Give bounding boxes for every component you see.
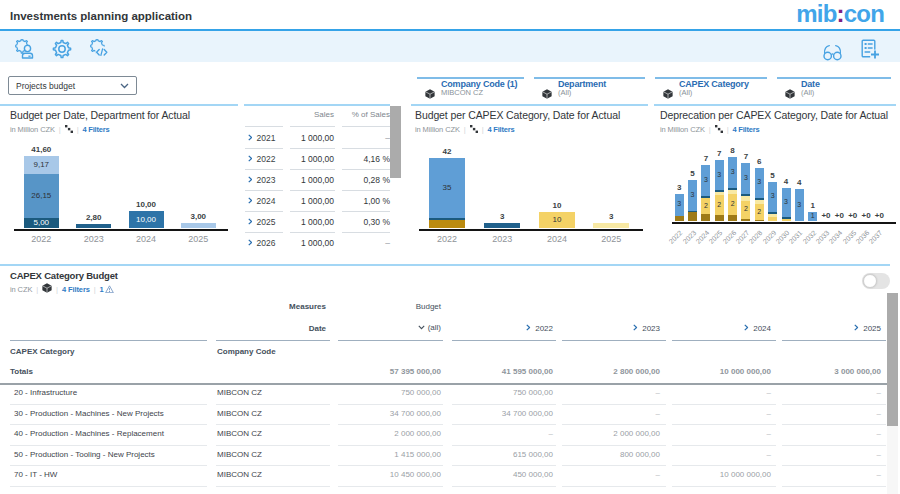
chart3-bar-2025-seg2[interactable]: [715, 192, 724, 196]
form-add-icon[interactable]: [860, 39, 880, 59]
story-filter-dropdown[interactable]: Projects budget: [8, 76, 137, 95]
chart2-bar-2025-seg0[interactable]: [593, 223, 629, 228]
chart2-cat-2023: 2023: [476, 234, 528, 244]
sales-row-separator: [245, 211, 284, 212]
chevron-right-icon[interactable]: [248, 197, 253, 204]
capex-row-company[interactable]: MIBCON CZ: [217, 470, 262, 479]
measures-budget-header[interactable]: Budget: [291, 302, 441, 311]
chart3-bar-2029-seg0[interactable]: [768, 217, 777, 221]
capex-row-company[interactable]: MIBCON CZ: [217, 429, 262, 438]
capex-cell-r3-c4[interactable]: –: [731, 450, 881, 459]
capex-cell-r1-c4[interactable]: –: [731, 409, 881, 418]
chevron-right-icon[interactable]: [248, 155, 253, 162]
chart3-bar-2026-seg3[interactable]: [728, 188, 737, 190]
chart3-bar-2024-seg0[interactable]: [701, 214, 710, 222]
expand-chevron-icon[interactable]: [248, 218, 253, 225]
chart3-bar-2027-seg2[interactable]: [741, 196, 750, 201]
chart3-bar-2023-seg0[interactable]: [688, 212, 697, 221]
warning-icon[interactable]: [105, 285, 114, 294]
chart3-bar-2022-seg0[interactable]: [675, 216, 684, 221]
filter-chip-department[interactable]: Department(All): [534, 77, 645, 95]
capex-row-company[interactable]: MIBCON CZ: [217, 388, 262, 397]
chart1-filters-link[interactable]: 4 Filters: [82, 125, 109, 134]
chart1-bar-2023-seg0[interactable]: [76, 224, 111, 229]
capex-cell-r2-c4[interactable]: –: [731, 429, 881, 438]
capex-filters-link[interactable]: 4 Filters: [62, 285, 90, 294]
capex-cell-r4-c4[interactable]: –: [731, 470, 881, 479]
drill-icon[interactable]: [65, 125, 73, 133]
sales-row-pct[interactable]: –: [320, 133, 390, 143]
chart3-filters-link[interactable]: 4 Filters: [732, 125, 759, 134]
chart3-bar-2029-seg2[interactable]: [768, 212, 777, 214]
chart2-filters-link[interactable]: 4 Filters: [487, 125, 514, 134]
totals-value-4[interactable]: 3 000 000,00: [731, 367, 881, 376]
chart3-bar-2027-seg0[interactable]: [741, 219, 750, 222]
chevron-right-icon[interactable]: [248, 176, 253, 183]
capex-category-column-header[interactable]: CAPEX Category: [10, 347, 74, 356]
settings-gear-icon[interactable]: [52, 39, 72, 59]
warning-icon-wrap[interactable]: [104, 286, 114, 295]
chart3-bar-2025-seg0[interactable]: [715, 215, 724, 221]
chart3-bar-2032-total: 1: [793, 201, 833, 210]
chart3-bar-2023-seg1[interactable]: [688, 211, 697, 213]
chart3-bar-2029-seg1[interactable]: [768, 214, 777, 217]
capex-row-category[interactable]: 70 - IT - HW: [14, 470, 57, 479]
chart3-bar-2027-seg3[interactable]: [741, 194, 750, 196]
chart1-bar-2025-seg0[interactable]: [181, 223, 216, 228]
capex-table-scrollbar[interactable]: [887, 293, 898, 426]
chart2-bar-2023-seg0[interactable]: [484, 223, 520, 228]
chart3-bar-2024-seg2[interactable]: [701, 196, 710, 198]
chart2-bar-2022-seg0[interactable]: [429, 220, 465, 228]
expand-chevron-icon[interactable]: [248, 239, 253, 246]
totals-row-label[interactable]: Totals: [10, 367, 33, 376]
filter-chip-capex-category[interactable]: CAPEX Category(All): [655, 77, 767, 95]
sales-row-pct[interactable]: 0,28 %: [320, 175, 390, 185]
company-code-column-header[interactable]: Company Code: [217, 347, 276, 356]
chevron-right-icon[interactable]: [248, 218, 253, 225]
year-column-header-2025[interactable]: 2025: [731, 324, 881, 333]
chart3-bar-2026-seg2[interactable]: [728, 190, 737, 194]
expand-chevron-icon[interactable]: [248, 197, 253, 204]
sales-table-scrollbar[interactable]: [390, 106, 401, 178]
capex-row-category[interactable]: 30 - Production - Machines - New Project…: [14, 409, 164, 418]
sales-row-2026[interactable]: 20261 000,00–: [244, 234, 390, 255]
chart2-bar-2022-seg1[interactable]: [429, 218, 465, 220]
chart3-bar-2025-seg3[interactable]: [715, 190, 724, 192]
drill-icon[interactable]: [715, 125, 723, 133]
drill-icon[interactable]: [715, 126, 723, 135]
chart3-bar-2028-seg0[interactable]: [755, 220, 764, 221]
chart3-bar-2030-seg0[interactable]: [782, 219, 791, 222]
glasses-icon[interactable]: [823, 44, 842, 61]
chart3-bar-2030-seg1[interactable]: [782, 217, 791, 219]
drill-icon[interactable]: [65, 126, 73, 135]
sales-row-pct[interactable]: 1,00 %: [320, 196, 390, 206]
developer-gear-code-icon[interactable]: [90, 39, 110, 59]
capex-cell-r0-c4[interactable]: –: [731, 388, 881, 397]
chevron-right-icon[interactable]: [854, 324, 859, 331]
user-settings-gear-icon[interactable]: [15, 39, 35, 59]
expand-chevron-icon[interactable]: [248, 134, 253, 141]
designer-toggle[interactable]: [862, 273, 890, 289]
chart3-bar-2028-seg2[interactable]: [755, 200, 764, 204]
filter-chip-company-code[interactable]: Company Code (1)MIBCON CZ: [417, 77, 524, 95]
capex-row-separator: [216, 424, 330, 425]
sales-row-pct[interactable]: 0,30 %: [320, 217, 390, 227]
capex-row-company[interactable]: MIBCON CZ: [217, 409, 262, 418]
expand-chevron-icon[interactable]: [248, 155, 253, 162]
chevron-right-icon[interactable]: [248, 134, 253, 141]
capex-row-category[interactable]: 40 - Production - Machines - Replacement: [14, 429, 164, 438]
chart3-unit: in Million CZK: [660, 125, 705, 134]
sales-row-pct[interactable]: –: [320, 238, 390, 248]
capex-row-category[interactable]: 50 - Production - Tooling - New Projects: [14, 450, 155, 459]
chevron-right-icon[interactable]: [248, 239, 253, 246]
sales-row-pct[interactable]: 4,16 %: [320, 154, 390, 164]
separator: |: [55, 125, 65, 134]
capex-row-company[interactable]: MIBCON CZ: [217, 450, 262, 459]
chart3-bar-2026-seg0[interactable]: [728, 215, 737, 221]
capex-row-category[interactable]: 20 - Infrastructure: [14, 388, 77, 397]
cube-icon[interactable]: [42, 286, 52, 295]
expand-chevron-icon[interactable]: [248, 176, 253, 183]
drill-icon[interactable]: [470, 125, 478, 133]
drill-icon[interactable]: [470, 126, 478, 135]
filter-chip-date[interactable]: Date(All): [777, 77, 891, 95]
